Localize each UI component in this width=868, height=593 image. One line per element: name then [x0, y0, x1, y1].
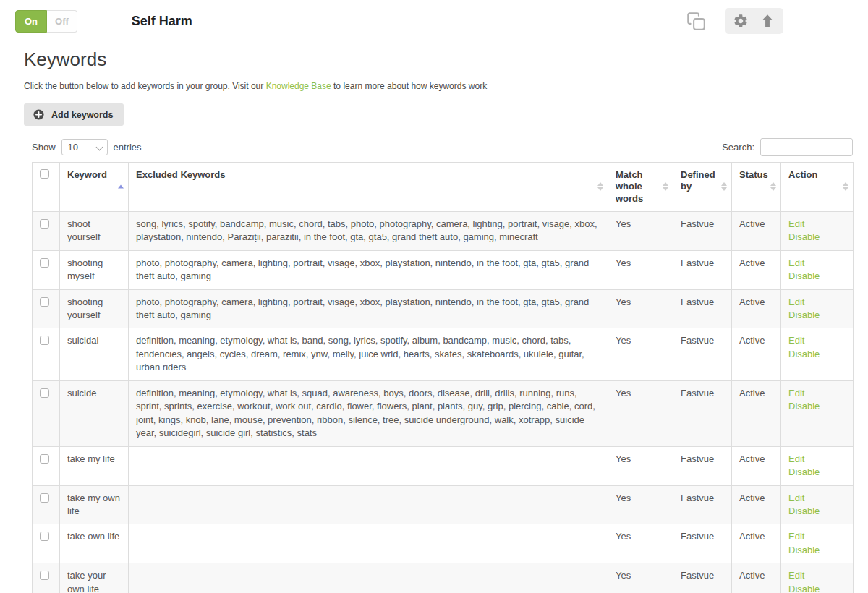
- table-row: shooting yourself photo, photography, ca…: [33, 289, 854, 328]
- row-checkbox[interactable]: [40, 454, 49, 464]
- knowledge-base-link[interactable]: Knowledge Base: [266, 81, 331, 91]
- disable-link[interactable]: Disable: [788, 231, 820, 242]
- row-select-cell: [33, 563, 60, 593]
- row-checkbox[interactable]: [40, 493, 49, 503]
- edit-link[interactable]: Edit: [788, 257, 804, 268]
- row-checkbox[interactable]: [40, 297, 49, 307]
- keyword-cell: shooting myself: [60, 250, 129, 289]
- defined-by-cell: Fastvue: [673, 211, 732, 250]
- defined-by-cell: Fastvue: [673, 524, 732, 563]
- gear-icon[interactable]: [733, 13, 749, 29]
- keyword-cell: suicide: [60, 380, 129, 446]
- row-select-cell: [33, 446, 60, 485]
- column-header-match-whole-words[interactable]: Match whole words: [608, 163, 673, 212]
- disable-link[interactable]: Disable: [788, 349, 820, 359]
- table-row: take your own life Yes Fastvue Active Ed…: [33, 563, 854, 593]
- column-header-status-label: Status: [739, 169, 768, 180]
- row-checkbox[interactable]: [40, 219, 49, 229]
- column-header-keyword[interactable]: Keyword: [60, 163, 129, 212]
- column-header-defined-by-label: Defined by: [681, 169, 715, 192]
- excluded-keywords-cell: definition, meaning, etymology, what is,…: [129, 380, 608, 446]
- row-checkbox[interactable]: [40, 388, 49, 398]
- copy-icon[interactable]: [686, 12, 706, 31]
- match-whole-words-cell: Yes: [608, 250, 673, 289]
- column-header-excluded-keywords[interactable]: Excluded Keywords: [129, 163, 608, 212]
- description-text-before: Click the button below to add keywords i…: [24, 81, 266, 91]
- edit-link[interactable]: Edit: [788, 218, 804, 229]
- edit-link[interactable]: Edit: [788, 570, 804, 581]
- disable-link[interactable]: Disable: [788, 545, 820, 555]
- disable-link[interactable]: Disable: [788, 310, 820, 320]
- row-checkbox[interactable]: [40, 532, 49, 541]
- group-title: Self Harm: [132, 14, 192, 29]
- keyword-cell: take own life: [60, 524, 129, 563]
- table-row: suicide definition, meaning, etymology, …: [33, 380, 854, 446]
- match-whole-words-cell: Yes: [608, 563, 673, 593]
- table-row: suicidal definition, meaning, etymology,…: [33, 328, 854, 380]
- status-cell: Active: [732, 485, 781, 524]
- edit-link[interactable]: Edit: [788, 492, 804, 503]
- row-checkbox[interactable]: [40, 571, 49, 580]
- search-input[interactable]: [760, 138, 853, 156]
- toggle-off-button[interactable]: Off: [47, 10, 77, 33]
- match-whole-words-cell: Yes: [608, 328, 673, 380]
- disable-link[interactable]: Disable: [788, 401, 820, 411]
- column-header-match-label: Match whole words: [616, 169, 643, 204]
- disable-link[interactable]: Disable: [788, 270, 820, 281]
- excluded-keywords-cell: [129, 446, 608, 485]
- keywords-table: Keyword Excluded Keywords Match whole wo…: [32, 162, 854, 593]
- row-checkbox[interactable]: [40, 336, 49, 345]
- upload-arrow-icon[interactable]: [760, 13, 775, 29]
- sort-both-icon: [770, 182, 776, 191]
- defined-by-cell: Fastvue: [673, 485, 732, 524]
- edit-link[interactable]: Edit: [788, 388, 804, 398]
- table-row: shooting myself photo, photography, came…: [33, 250, 854, 289]
- keyword-cell: shoot yourself: [60, 211, 129, 250]
- disable-link[interactable]: Disable: [788, 584, 820, 593]
- keyword-cell: take your own life: [60, 563, 129, 593]
- disable-link[interactable]: Disable: [788, 466, 820, 477]
- edit-link[interactable]: Edit: [788, 531, 804, 542]
- action-cell: Edit Disable: [781, 211, 854, 250]
- status-cell: Active: [732, 563, 781, 593]
- column-header-defined-by[interactable]: Defined by: [673, 163, 732, 212]
- disable-link[interactable]: Disable: [788, 505, 820, 516]
- edit-link[interactable]: Edit: [788, 453, 804, 464]
- sort-both-icon: [721, 182, 727, 191]
- toggle-on-button[interactable]: On: [15, 10, 47, 33]
- status-cell: Active: [732, 446, 781, 485]
- row-select-cell: [33, 250, 60, 289]
- plus-circle-icon: [33, 108, 45, 121]
- add-keywords-button[interactable]: Add keywords: [24, 103, 124, 126]
- row-select-cell: [33, 485, 60, 524]
- topbar: On Off Self Harm: [0, 0, 868, 37]
- keyword-cell: take my own life: [60, 485, 129, 524]
- settings-icon-group: [725, 8, 783, 34]
- status-cell: Active: [732, 524, 781, 563]
- on-off-toggle: On Off: [15, 10, 77, 33]
- action-cell: Edit Disable: [781, 446, 854, 485]
- table-controls: Show 10 entries Search:: [32, 138, 853, 156]
- defined-by-cell: Fastvue: [673, 328, 732, 380]
- column-header-action[interactable]: Action: [781, 163, 854, 212]
- sort-asc-icon: [118, 185, 124, 189]
- row-checkbox[interactable]: [40, 258, 49, 268]
- action-cell: Edit Disable: [781, 328, 854, 380]
- edit-link[interactable]: Edit: [788, 335, 804, 346]
- keywords-table-body: shoot yourself song, lyrics, spotify, ba…: [33, 211, 854, 593]
- excluded-keywords-cell: song, lyrics, spotify, bandcamp, music, …: [129, 211, 608, 250]
- column-header-excluded-label: Excluded Keywords: [136, 169, 226, 180]
- page-size-select[interactable]: 10: [61, 139, 108, 155]
- status-cell: Active: [732, 211, 781, 250]
- status-cell: Active: [732, 328, 781, 380]
- row-select-cell: [33, 211, 60, 250]
- excluded-keywords-cell: [129, 485, 608, 524]
- select-all-checkbox[interactable]: [40, 169, 49, 179]
- match-whole-words-cell: Yes: [608, 211, 673, 250]
- keyword-cell: shooting yourself: [60, 289, 129, 328]
- edit-link[interactable]: Edit: [788, 296, 804, 307]
- row-select-cell: [33, 524, 60, 563]
- action-cell: Edit Disable: [781, 524, 854, 563]
- row-select-cell: [33, 380, 60, 446]
- column-header-status[interactable]: Status: [732, 163, 781, 212]
